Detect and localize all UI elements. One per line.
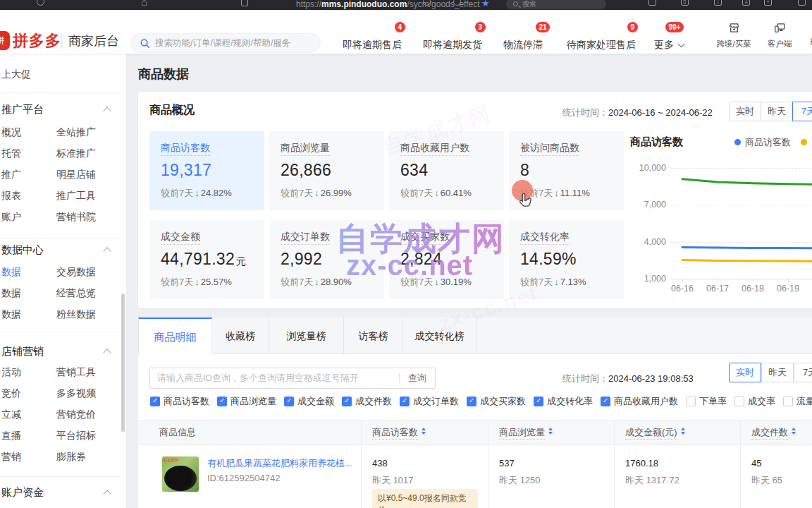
query-button[interactable]: 查询 xyxy=(400,372,435,385)
nav-logistics-stalled[interactable]: 物流停滞 xyxy=(503,37,543,52)
sidebar-item[interactable]: 数据 xyxy=(1,308,21,321)
sidebar-item-promo[interactable]: 上大促 xyxy=(1,68,31,81)
downloads-icon[interactable]: ↧ xyxy=(742,0,750,6)
legend-label[interactable]: 商品访客数 xyxy=(745,136,791,149)
sidebar-item[interactable]: 活动 xyxy=(1,366,21,379)
sidebar-item[interactable]: 全站推广 xyxy=(56,126,96,139)
sidebar-item[interactable]: 明星店铺 xyxy=(56,169,96,181)
split-screen-icon[interactable]: ▯ xyxy=(681,0,689,6)
filter-checkbox[interactable]: 成交订单数 xyxy=(400,395,459,408)
range-button-7days[interactable]: 7天 xyxy=(794,363,812,382)
sidebar-item[interactable]: 托管 xyxy=(1,147,21,160)
sort-icon[interactable] xyxy=(422,428,426,435)
stat-tile-visitors[interactable]: 商品访客数 19,317 较前7天↓24.82% xyxy=(149,131,264,210)
chevron-up-icon[interactable] xyxy=(103,247,111,255)
sidebar-item[interactable]: 营销书院 xyxy=(56,211,96,224)
sidebar-item[interactable]: 营销 xyxy=(1,451,21,464)
column-header-visitors[interactable]: 商品访客数 xyxy=(372,420,426,445)
range-button-realtime[interactable]: 实时 xyxy=(729,102,761,121)
sidebar-scrollbar[interactable] xyxy=(121,294,125,432)
stat-tile-favorites[interactable]: 商品收藏用户数 634 较前7天↓60.41% xyxy=(389,131,504,210)
apps-icon[interactable]: + xyxy=(764,0,772,6)
sort-icon[interactable] xyxy=(681,428,685,435)
reload-icon[interactable] xyxy=(37,0,44,8)
sidebar-item[interactable]: 推广工具 xyxy=(56,190,96,202)
nav-overdue-aftersale[interactable]: 即将逾期售后 xyxy=(343,37,402,52)
stat-tile-conversion[interactable]: 成交转化率 14.59% 较前7天↓7.13% xyxy=(509,220,624,299)
sidebar-item[interactable]: 概况 xyxy=(1,126,21,139)
column-header-amount[interactable]: 成交金额(元) xyxy=(625,420,685,445)
nav-more[interactable]: 更多 xyxy=(654,37,682,52)
sidebar-item[interactable]: 标准推广 xyxy=(56,147,96,160)
chevron-up-icon[interactable] xyxy=(103,349,111,356)
sort-icon[interactable] xyxy=(548,428,553,435)
nav-pending-aftersale[interactable]: 待商家处理售后 xyxy=(567,37,636,52)
sidebar-item[interactable]: 直播 xyxy=(1,430,21,442)
sidebar-item[interactable]: 账户 xyxy=(1,211,21,224)
address-bar[interactable]: https://mms.pinduoduo.com/sycm/goods_eff… xyxy=(296,0,480,9)
filter-checkbox[interactable]: 成交转化率 xyxy=(534,395,593,408)
extension-icon[interactable] xyxy=(423,0,431,8)
profile-icon[interactable] xyxy=(453,0,461,8)
product-title-link[interactable]: 有机肥瓜果蔬菜花肥料家用养花植... xyxy=(207,457,352,470)
sort-icon[interactable] xyxy=(792,428,796,435)
home-icon[interactable]: ⌂ xyxy=(141,0,147,8)
browser-search[interactable]: 搜索 xyxy=(506,0,606,9)
chevron-up-icon[interactable] xyxy=(103,107,111,114)
sidebar-section-datacenter[interactable]: 数据中心 xyxy=(1,243,44,257)
sidebar-item[interactable]: 膨胀券 xyxy=(56,451,86,464)
collections-icon[interactable] xyxy=(648,0,656,6)
range-button-yesterday[interactable]: 昨天 xyxy=(761,102,793,121)
column-header-units[interactable]: 成交件数 xyxy=(751,420,796,445)
stat-tile-pageviews[interactable]: 商品浏览量 26,866 较前7天↓26.99% xyxy=(269,131,384,210)
header-search-input[interactable] xyxy=(155,38,310,48)
sidebar-item[interactable]: 平台招标 xyxy=(56,430,96,442)
column-header-views[interactable]: 商品浏览量 xyxy=(499,420,553,445)
nav-overdue-shipping[interactable]: 即将逾期发货 xyxy=(423,37,482,52)
sidebar-item[interactable]: 经营总览 xyxy=(56,287,96,300)
sidebar-item[interactable]: 多多视频 xyxy=(56,387,96,400)
filter-checkbox[interactable]: 流量损 xyxy=(783,395,812,408)
tab-product-detail[interactable]: 商品明细 xyxy=(138,318,212,355)
filter-checkbox[interactable]: 成交金额 xyxy=(284,395,334,408)
sidebar-section-marketing[interactable]: 店铺营销 xyxy=(1,345,44,358)
filter-checkbox[interactable]: 下单率 xyxy=(686,395,727,408)
sidebar-item[interactable]: 营销竞价 xyxy=(56,409,96,421)
tab-visitor-rank[interactable]: 访客榜 xyxy=(344,318,403,354)
range-button-yesterday[interactable]: 昨天 xyxy=(761,363,794,382)
brand-name[interactable]: 拼多多 xyxy=(13,30,61,52)
stat-tile-gmv[interactable]: 成交金额 44,791.32元 较前7天↓25.57% xyxy=(149,220,264,299)
tab-pageview-rank[interactable]: 浏览量榜 xyxy=(269,318,344,354)
sidebar-item[interactable]: 交易数据 xyxy=(56,266,96,279)
product-image[interactable]: 有机肥料 xyxy=(162,456,199,492)
sidebar-section-funds[interactable]: 账户资金 xyxy=(1,486,44,500)
tab-favorites-rank[interactable]: 收藏榜 xyxy=(212,318,269,354)
bookmark-star-icon[interactable]: ★ xyxy=(481,0,490,8)
filter-checkbox[interactable]: 商品浏览量 xyxy=(217,395,276,408)
sidebar-item[interactable]: 立减 xyxy=(1,409,21,421)
header-search[interactable] xyxy=(130,33,321,53)
sidebar-item[interactable]: 粉丝数据 xyxy=(56,308,96,321)
favorites-icon[interactable]: ↓ xyxy=(714,0,722,6)
sidebar-item[interactable]: 营销工具 xyxy=(56,366,96,379)
tab-conversion-rank[interactable]: 成交转化榜 xyxy=(403,318,476,354)
filter-checkbox[interactable]: 成交率 xyxy=(734,395,775,408)
pinduoduo-logo-icon[interactable]: 拼 xyxy=(0,31,10,50)
quicklink-client[interactable]: 客户端 xyxy=(763,21,796,49)
line-chart[interactable] xyxy=(670,162,812,282)
sidebar-item[interactable]: 推广 xyxy=(1,169,21,181)
sidebar-item[interactable]: 数据 xyxy=(1,287,21,300)
stat-tile-buyers[interactable]: 成交买家数 2,824 较前7天↓30.19% xyxy=(389,220,504,299)
settings-icon[interactable] xyxy=(798,0,806,6)
quicklink-rules[interactable]: 规 xyxy=(804,21,812,47)
filter-checkbox[interactable]: 成交买家数 xyxy=(467,395,526,408)
sidebar-item[interactable]: 竞价 xyxy=(1,387,21,400)
bidding-promo-chip[interactable]: 以¥0.5~49.0报名同款竞价 xyxy=(372,489,478,508)
filter-checkbox[interactable]: 商品收藏用户数 xyxy=(601,395,678,408)
product-id-search[interactable]: 请输入商品ID查询，多个查询请用空格或逗号隔开 查询 xyxy=(149,368,436,389)
filter-checkbox[interactable]: 成交件数 xyxy=(342,395,392,408)
filter-checkbox[interactable]: 商品访客数 xyxy=(150,395,209,408)
sidebar-item[interactable]: 报表 xyxy=(1,190,21,202)
sidebar-section-promotion[interactable]: 推广平台 xyxy=(1,103,44,116)
range-button-realtime[interactable]: 实时 xyxy=(729,363,761,382)
